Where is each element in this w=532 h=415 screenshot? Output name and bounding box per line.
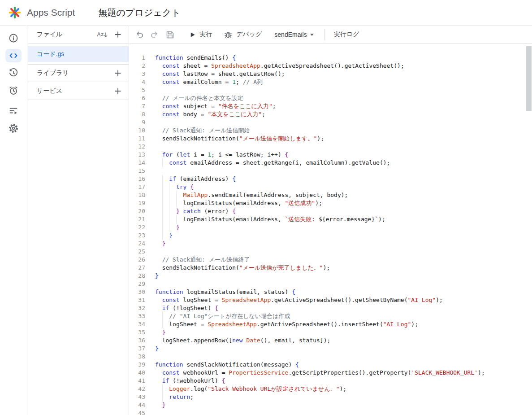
code-line: 42 Logger.log("Slack Webhook URLが設定されていま… — [130, 385, 526, 393]
project-title[interactable]: 無題のプロジェクト — [98, 7, 180, 19]
code-line: 22 } — [130, 223, 526, 232]
gear-icon — [8, 123, 19, 134]
add-library-button[interactable] — [113, 69, 122, 78]
execution-log-label: 実行ログ — [334, 31, 359, 39]
code-line: 14 const emailAddress = sheet.getRange(i… — [130, 159, 526, 167]
code-line: 6 // メールの件名と本文を設定 — [130, 94, 526, 102]
files-panel-header: ファイル AZ — [28, 26, 129, 44]
line-number: 31 — [130, 296, 145, 304]
rail-history-button[interactable] — [5, 66, 22, 80]
debug-button[interactable]: デバッグ — [224, 30, 262, 39]
undo-button[interactable] — [135, 30, 144, 39]
rail-settings-button[interactable] — [5, 122, 22, 135]
code-line: 2 const sheet = SpreadsheetApp.getActive… — [130, 62, 526, 70]
function-selector-value: sendEmails — [274, 31, 307, 38]
code-line: 5 — [130, 86, 526, 94]
line-number: 18 — [130, 191, 145, 199]
plus-icon — [113, 30, 122, 39]
code-line: 32 if (!logSheet) { — [130, 304, 526, 312]
chevron-down-icon — [310, 34, 314, 36]
line-number: 10 — [130, 127, 145, 135]
code-line: 31 const logSheet = SpreadsheetApp.getAc… — [130, 296, 526, 304]
code-line: 4 const emailColumn = 1; // A列 — [130, 78, 526, 86]
code-line: 34 logSheet = SpreadsheetApp.getActiveSp… — [130, 320, 526, 328]
line-number: 25 — [130, 248, 145, 256]
function-selector[interactable]: sendEmails — [274, 31, 313, 38]
code-line: 25 — [130, 248, 526, 256]
sort-files-icon[interactable]: AZ — [97, 31, 108, 38]
code-line: 21 logEmailStatus(emailAddress, `送信失敗: $… — [130, 215, 526, 223]
line-number: 42 — [130, 385, 145, 393]
left-nav-rail — [0, 26, 27, 415]
code-line: 33 // "AI Log"シートが存在しない場合は作成 — [130, 312, 526, 320]
code-line: 26 // Slack通知: メール送信終了 — [130, 256, 526, 264]
line-number: 6 — [130, 94, 145, 102]
apps-script-logo-icon[interactable] — [8, 5, 22, 20]
executions-icon — [8, 105, 19, 116]
line-number: 2 — [130, 62, 145, 70]
rail-editor-button[interactable] — [5, 49, 22, 62]
code-line: 17 try { — [130, 183, 526, 191]
history-icon — [8, 68, 19, 79]
line-number: 35 — [130, 328, 145, 336]
line-number: 37 — [130, 345, 145, 353]
sort-arrow-icon — [104, 32, 108, 38]
code-lines: 1function sendEmails() {2 const sheet = … — [130, 54, 526, 415]
code-line: 40 const webhookUrl = PropertiesService.… — [130, 369, 526, 377]
code-editor[interactable]: 1function sendEmails() {2 const sheet = … — [130, 44, 526, 415]
save-icon — [165, 30, 175, 39]
line-number: 7 — [130, 102, 145, 110]
line-number: 4 — [130, 78, 145, 86]
code-line: 35 } — [130, 328, 526, 336]
file-item-code-gs[interactable]: コード.gs — [28, 46, 129, 62]
file-item-label: コード.gs — [37, 50, 64, 58]
info-icon — [8, 33, 19, 44]
code-line: 44 } — [130, 401, 526, 409]
services-section: サービス — [28, 82, 129, 100]
line-number: 36 — [130, 336, 145, 345]
line-number: 32 — [130, 304, 145, 312]
code-line: 16 if (emailAddress) { — [130, 175, 526, 183]
save-button[interactable] — [165, 30, 175, 39]
code-line: 10 // Slack通知: メール送信開始 — [130, 127, 526, 135]
add-service-button[interactable] — [113, 87, 122, 96]
code-line: 41 if (!webhookUrl) { — [130, 377, 526, 385]
add-file-button[interactable] — [113, 30, 122, 39]
code-line: 15 — [130, 167, 526, 175]
code-line: 39function sendSlackNotification(message… — [130, 361, 526, 369]
code-line: 12 — [130, 143, 526, 151]
execution-log-button[interactable]: 実行ログ — [334, 31, 359, 39]
line-number: 24 — [130, 240, 145, 248]
code-line: 28} — [130, 272, 526, 280]
line-number: 1 — [130, 54, 145, 62]
code-line: 45 — [130, 409, 526, 415]
line-number: 34 — [130, 320, 145, 328]
redo-button[interactable] — [150, 30, 159, 39]
bug-icon — [224, 30, 233, 39]
line-number: 33 — [130, 312, 145, 320]
line-number: 14 — [130, 159, 145, 167]
line-number: 28 — [130, 272, 145, 280]
vertical-scrollbar-thumb[interactable] — [526, 46, 532, 111]
app-name: Apps Script — [27, 7, 75, 18]
code-line: 23 } — [130, 232, 526, 240]
line-number: 15 — [130, 167, 145, 175]
rail-triggers-button[interactable] — [5, 84, 22, 97]
rail-overview-button[interactable] — [5, 31, 22, 45]
line-number: 41 — [130, 377, 145, 385]
editor-toolbar: 実行 デバッグ sendEmails 実行ログ — [130, 26, 532, 44]
code-line: 8 const body = "本文をここに入力"; — [130, 110, 526, 118]
line-number: 43 — [130, 393, 145, 401]
line-number: 23 — [130, 232, 145, 240]
line-number: 26 — [130, 256, 145, 264]
code-line: 3 const lastRow = sheet.getLastRow(); — [130, 70, 526, 78]
code-line: 24 } — [130, 240, 526, 248]
code-line: 7 const subject = "件名をここに入力"; — [130, 102, 526, 110]
line-number: 40 — [130, 369, 145, 377]
rail-executions-button[interactable] — [5, 104, 22, 118]
line-number: 13 — [130, 151, 145, 159]
line-number: 27 — [130, 264, 145, 272]
run-button[interactable]: 実行 — [189, 31, 212, 39]
vertical-scrollbar[interactable] — [526, 44, 532, 415]
code-line: 37} — [130, 345, 526, 353]
